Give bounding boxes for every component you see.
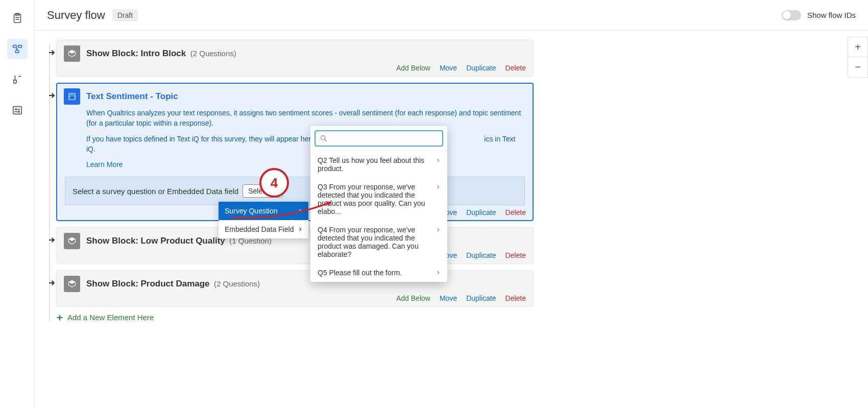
svg-point-12 — [69, 96, 70, 97]
block-title-prefix: Show Block: — [86, 279, 138, 289]
svg-rect-7 — [13, 107, 21, 114]
show-flow-ids-toggle-wrap: Show flow IDs — [782, 10, 856, 20]
block-title-prefix: Show Block: — [86, 236, 138, 246]
nav-options-icon[interactable] — [7, 100, 28, 121]
duplicate-button[interactable]: Duplicate — [466, 64, 496, 72]
svg-point-10 — [18, 111, 19, 112]
block-title-prefix: Show Block: — [86, 49, 138, 58]
move-button[interactable]: Move — [440, 294, 457, 302]
chevron-right-icon — [436, 228, 440, 232]
block-title-name: Product Damage — [140, 279, 209, 289]
left-nav-rail — [0, 0, 35, 408]
select-type-menu: Survey Question Embedded Data Field — [219, 202, 308, 238]
learn-more-link[interactable]: Learn More — [86, 160, 123, 169]
show-flow-ids-toggle[interactable] — [782, 10, 801, 20]
search-icon — [320, 134, 328, 142]
delete-button[interactable]: Delete — [505, 208, 526, 217]
chevron-right-icon — [298, 227, 302, 231]
question-picker-popover: Q2 Tell us how you feel about this produ… — [310, 126, 447, 282]
question-option[interactable]: Q4 From your response, we've detected th… — [310, 221, 447, 263]
block-icon — [64, 276, 80, 292]
topbar: Survey flow Draft Show flow IDs — [35, 0, 868, 31]
plus-icon — [56, 314, 63, 321]
sentiment-icon — [64, 88, 80, 105]
add-below-button[interactable]: Add Below — [396, 294, 430, 302]
chevron-right-icon — [298, 209, 302, 213]
block-question-count: (2 Questions) — [214, 279, 260, 288]
block-icon — [64, 233, 80, 249]
show-flow-ids-label: Show flow IDs — [807, 11, 856, 19]
move-button[interactable]: Move — [440, 64, 457, 72]
duplicate-button[interactable]: Duplicate — [466, 294, 496, 302]
sentiment-desc-2: If you have topics defined in Text iQ fo… — [86, 134, 526, 155]
question-search-input-wrap — [315, 130, 443, 147]
flow-connector-icon — [49, 92, 55, 98]
sentiment-title: Text Sentiment - Topic — [86, 91, 178, 102]
flow-connector-icon — [49, 49, 55, 55]
flow-element-low-quality-block[interactable]: Show Block: Low Product Quality (1 Quest… — [56, 227, 856, 264]
delete-button[interactable]: Delete — [505, 64, 526, 72]
flow-area: Show Block: Intro Block (2 Questions) Ad… — [35, 31, 868, 342]
status-badge: Draft — [112, 9, 138, 21]
svg-rect-4 — [13, 45, 16, 48]
select-question-value: Select — [248, 187, 268, 195]
block-title-name: Intro Block — [140, 49, 186, 58]
question-option[interactable]: Q5 Please fill out the form. — [310, 263, 447, 282]
nav-theme-icon[interactable] — [7, 69, 28, 90]
delete-button[interactable]: Delete — [505, 251, 526, 259]
svg-rect-6 — [15, 51, 18, 53]
question-option[interactable]: Q2 Tell us how you feel about this produ… — [310, 151, 447, 178]
chevron-right-icon — [436, 185, 440, 189]
nav-survey-icon[interactable] — [7, 8, 28, 29]
flow-connector-icon — [49, 236, 55, 243]
chevron-right-icon — [436, 158, 440, 162]
select-question-dropdown[interactable]: Select — [243, 184, 283, 198]
svg-line-14 — [325, 139, 327, 141]
block-title-name: Low Product Quality — [140, 236, 225, 246]
flow-connector-icon — [49, 279, 55, 285]
delete-button[interactable]: Delete — [505, 294, 526, 302]
add-new-element-button[interactable]: Add a New Element Here — [56, 313, 856, 322]
nav-flow-icon[interactable] — [7, 39, 28, 59]
question-option[interactable]: Q3 From your response, we've detected th… — [310, 178, 447, 221]
page-title: Survey flow — [47, 9, 105, 22]
svg-rect-5 — [18, 45, 21, 48]
svg-point-13 — [321, 136, 325, 140]
duplicate-button[interactable]: Duplicate — [466, 251, 496, 259]
select-question-label: Select a survey question or Embedded Dat… — [73, 187, 238, 196]
duplicate-button[interactable]: Duplicate — [466, 208, 496, 217]
svg-point-8 — [15, 109, 16, 110]
chevron-right-icon — [436, 271, 440, 275]
flow-element-product-damage-block[interactable]: Show Block: Product Damage (2 Questions)… — [56, 270, 856, 307]
block-question-count: (2 Questions) — [190, 49, 236, 58]
menu-item-survey-question[interactable]: Survey Question — [219, 202, 308, 220]
add-below-button[interactable]: Add Below — [396, 64, 430, 72]
question-search-input[interactable] — [331, 134, 438, 142]
block-icon — [64, 45, 80, 62]
flow-element-intro-block[interactable]: Show Block: Intro Block (2 Questions) Ad… — [56, 40, 856, 77]
flow-element-text-sentiment[interactable]: Text Sentiment - Topic When Qualtrics an… — [56, 83, 856, 221]
menu-item-embedded-data[interactable]: Embedded Data Field — [219, 220, 308, 238]
select-question-row: Select a survey question or Embedded Dat… — [65, 177, 525, 205]
main-panel: Survey flow Draft Show flow IDs + − — [35, 0, 868, 408]
sentiment-desc-1: When Qualtrics analyzes your text respon… — [86, 108, 526, 129]
chevron-down-icon — [272, 188, 277, 194]
